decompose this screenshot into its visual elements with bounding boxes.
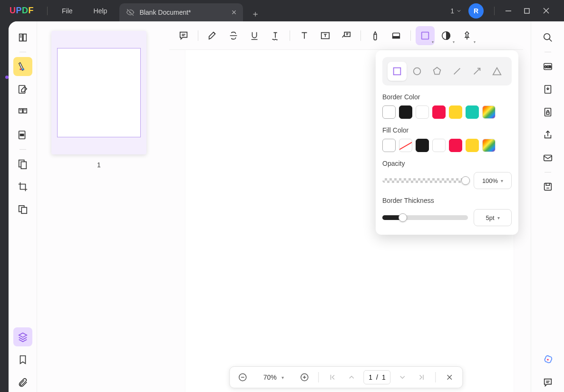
- window-maximize-button[interactable]: [524, 8, 536, 14]
- highlight-tool[interactable]: [203, 26, 222, 45]
- stamp-tool[interactable]: ▾: [437, 26, 456, 45]
- shape-line[interactable]: [447, 62, 467, 81]
- zoom-level-dropdown[interactable]: 70%▾: [254, 373, 292, 381]
- app-logo: UPDF: [0, 6, 43, 16]
- thickness-value-dropdown[interactable]: 5pt▾: [474, 209, 512, 226]
- search-button[interactable]: [538, 28, 557, 47]
- share-button[interactable]: [538, 125, 557, 144]
- fill-color-red[interactable]: [449, 139, 462, 152]
- protect-button[interactable]: [538, 103, 557, 122]
- thumbnail-panel: 1: [37, 21, 161, 392]
- border-color-custom[interactable]: [482, 105, 496, 119]
- save-button[interactable]: [538, 177, 557, 196]
- shape-arrow[interactable]: [467, 62, 486, 81]
- svg-rect-43: [546, 112, 549, 115]
- edit-mode-button[interactable]: [13, 80, 32, 99]
- note-tool[interactable]: [174, 26, 193, 45]
- shape-rectangle[interactable]: [388, 62, 407, 81]
- border-color-black[interactable]: [399, 105, 412, 119]
- shape-properties-panel: Border Color Fill Color Opacity 100%▾ Bo…: [376, 50, 518, 235]
- window-count[interactable]: 1: [450, 7, 462, 15]
- border-color-teal[interactable]: [466, 105, 479, 119]
- compare-button[interactable]: [13, 200, 32, 219]
- svg-rect-1: [525, 9, 529, 13]
- bookmark-button[interactable]: [13, 350, 32, 369]
- svg-rect-25: [393, 33, 400, 36]
- tab-close-button[interactable]: ×: [232, 8, 237, 18]
- page-thumbnail[interactable]: [51, 31, 146, 154]
- window-minimize-button[interactable]: [505, 8, 517, 14]
- svg-rect-15: [20, 134, 23, 136]
- redact-mode-button[interactable]: [13, 125, 32, 144]
- reader-mode-button[interactable]: [13, 28, 32, 47]
- email-button[interactable]: [538, 148, 557, 167]
- svg-text:OCR: OCR: [544, 65, 551, 68]
- svg-rect-49: [394, 68, 401, 75]
- prev-page-button[interactable]: [344, 370, 359, 384]
- zoom-out-button[interactable]: [235, 370, 250, 384]
- right-toolbar: OCR: [531, 21, 564, 392]
- first-page-button[interactable]: [325, 370, 340, 384]
- pencil-tool[interactable]: [366, 26, 385, 45]
- page-number-input[interactable]: 1 / 1: [363, 370, 390, 384]
- crop-button[interactable]: [13, 177, 32, 196]
- fill-color-swatches: [382, 139, 512, 152]
- svg-rect-44: [544, 155, 552, 161]
- window-close-button[interactable]: [543, 8, 555, 14]
- svg-rect-19: [21, 207, 27, 213]
- fill-color-yellow[interactable]: [466, 139, 479, 152]
- border-color-white[interactable]: [382, 105, 396, 119]
- menu-help[interactable]: Help: [83, 7, 118, 15]
- border-color-yellow[interactable]: [449, 105, 462, 119]
- organize-mode-button[interactable]: [13, 103, 32, 122]
- pin-tool[interactable]: ▾: [457, 26, 476, 45]
- document-tab[interactable]: Blank Document* ×: [119, 3, 243, 21]
- attachment-button[interactable]: [13, 373, 32, 392]
- page-navigation-bar: 70%▾ 1 / 1: [229, 366, 463, 388]
- ai-button[interactable]: [538, 350, 557, 369]
- tab-title: Blank Document*: [139, 9, 191, 16]
- svg-rect-27: [422, 32, 429, 39]
- thickness-slider[interactable]: [382, 215, 468, 220]
- fill-color-custom[interactable]: [482, 139, 496, 152]
- textbox-tool[interactable]: [316, 26, 335, 45]
- text-tool[interactable]: [295, 26, 314, 45]
- strikethrough-tool[interactable]: [224, 26, 243, 45]
- svg-point-37: [544, 34, 550, 40]
- border-color-white2[interactable]: [416, 105, 429, 119]
- shape-pentagon[interactable]: [428, 62, 447, 81]
- opacity-value-dropdown[interactable]: 100%▾: [474, 172, 512, 189]
- svg-rect-7: [21, 69, 23, 70]
- convert-button[interactable]: [538, 80, 557, 99]
- fill-color-white[interactable]: [382, 139, 396, 152]
- underline-tool[interactable]: [245, 26, 264, 45]
- fill-color-black[interactable]: [416, 139, 429, 152]
- fill-color-white2[interactable]: [432, 139, 446, 152]
- shape-circle[interactable]: [408, 62, 427, 81]
- svg-rect-23: [344, 32, 350, 36]
- annotation-toolbar: ▾ ▾ ▾: [169, 21, 523, 50]
- opacity-slider[interactable]: [382, 178, 468, 183]
- shape-tool[interactable]: ▾: [416, 26, 435, 45]
- thickness-label: Border Thickness: [382, 197, 512, 204]
- fill-sign-button[interactable]: [13, 154, 32, 173]
- visibility-off-icon: [126, 8, 135, 17]
- shape-triangle[interactable]: [487, 62, 506, 81]
- fill-color-none[interactable]: [399, 139, 412, 152]
- zoom-in-button[interactable]: [297, 370, 311, 384]
- callout-tool[interactable]: [337, 26, 356, 45]
- new-tab-button[interactable]: ＋: [248, 6, 263, 21]
- next-page-button[interactable]: [396, 370, 410, 384]
- close-nav-button[interactable]: [443, 370, 457, 384]
- squiggly-tool[interactable]: [266, 26, 285, 45]
- ocr-button[interactable]: OCR: [538, 57, 557, 76]
- svg-rect-45: [544, 183, 551, 191]
- comment-mode-button[interactable]: [13, 57, 32, 76]
- last-page-button[interactable]: [415, 370, 429, 384]
- user-avatar[interactable]: R: [468, 3, 484, 19]
- menu-file[interactable]: File: [51, 7, 83, 15]
- eraser-tool[interactable]: [387, 26, 406, 45]
- border-color-red[interactable]: [432, 105, 446, 119]
- comments-panel-button[interactable]: [538, 373, 557, 392]
- layers-button[interactable]: [13, 327, 32, 346]
